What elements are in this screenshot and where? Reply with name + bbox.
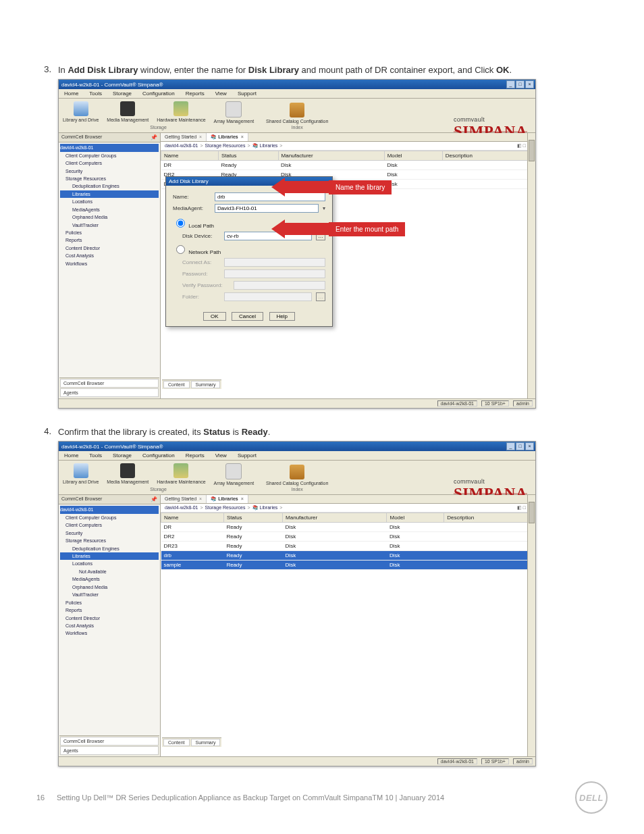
- commcell-tree[interactable]: david4-w2k8-01 Client Computer Groups Cl…: [59, 142, 160, 269]
- tree-mediaagents[interactable]: MediaAgents: [60, 206, 159, 213]
- subtab-summary[interactable]: Summary: [191, 381, 221, 388]
- browser-tab-agents[interactable]: Agents: [60, 746, 159, 755]
- tree-cost-analysis[interactable]: Cost Analysis: [60, 622, 159, 629]
- tab-getting-started[interactable]: Getting Started×: [161, 495, 207, 503]
- col-model[interactable]: Model: [387, 513, 444, 523]
- commcell-tree[interactable]: david4-w2k8-01 Client Computer Groups Cl…: [59, 504, 160, 638]
- maximize-icon[interactable]: □: [516, 442, 525, 450]
- tree-mediaagents[interactable]: MediaAgents: [60, 575, 159, 583]
- col-status[interactable]: Status: [218, 151, 278, 161]
- tree-security[interactable]: Security: [60, 167, 159, 175]
- tree-orphaned-media[interactable]: Orphaned Media: [60, 583, 159, 591]
- menu-view[interactable]: View: [210, 89, 232, 98]
- table-row[interactable]: DRReadyDiskDisk: [161, 161, 535, 170]
- tree-client-groups[interactable]: Client Computer Groups: [60, 152, 159, 159]
- col-name[interactable]: Name: [161, 151, 219, 161]
- close-icon[interactable]: ×: [525, 442, 534, 450]
- mediaagent-field[interactable]: [215, 204, 319, 213]
- col-name[interactable]: Name: [161, 513, 224, 523]
- tree-workflows[interactable]: Workflows: [60, 260, 159, 267]
- scrollbar[interactable]: [527, 495, 535, 756]
- toolbar-media-mgmt[interactable]: Media Management: [107, 463, 149, 486]
- menu-reports[interactable]: Reports: [180, 451, 210, 460]
- subtab-content[interactable]: Content: [163, 739, 190, 746]
- table-row[interactable]: DRReadyDiskDisk: [161, 523, 535, 532]
- tree-locations[interactable]: Locations: [60, 198, 159, 205]
- toolbar-hardware[interactable]: Hardware Maintenance: [157, 463, 205, 486]
- menu-configuration[interactable]: Configuration: [137, 89, 180, 98]
- tree-root[interactable]: david4-w2k8-01: [60, 144, 159, 151]
- menu-home[interactable]: Home: [59, 89, 84, 98]
- tree-storage-resources[interactable]: Storage Resources: [60, 537, 159, 544]
- tab-getting-started[interactable]: Getting Started×: [161, 133, 207, 141]
- table-row[interactable]: drbReadyDiskDisk: [161, 551, 535, 561]
- menu-support[interactable]: Support: [232, 451, 262, 460]
- subtab-summary[interactable]: Summary: [191, 739, 221, 746]
- browser-tab-commcell[interactable]: CommCell Browser: [60, 379, 159, 388]
- tree-storage-resources[interactable]: Storage Resources: [60, 175, 159, 182]
- tree-client-computers[interactable]: Client Computers: [60, 159, 159, 167]
- menu-tools[interactable]: Tools: [84, 451, 107, 460]
- network-path-radio[interactable]: Network Path: [173, 243, 325, 255]
- tree-client-groups[interactable]: Client Computer Groups: [60, 514, 159, 521]
- tab-close-icon[interactable]: ×: [241, 496, 244, 501]
- maximize-icon[interactable]: □: [516, 80, 525, 88]
- tree-dedup-engines[interactable]: Deduplication Engines: [60, 545, 159, 552]
- ok-button[interactable]: OK: [203, 312, 226, 321]
- scrollbar[interactable]: [527, 133, 535, 398]
- menu-storage[interactable]: Storage: [107, 89, 137, 98]
- menu-configuration[interactable]: Configuration: [137, 451, 180, 460]
- close-icon[interactable]: ×: [525, 80, 534, 88]
- tree-root[interactable]: david4-w2k8-01: [60, 506, 159, 513]
- tab-close-icon[interactable]: ×: [199, 134, 202, 139]
- tree-reports[interactable]: Reports: [60, 236, 159, 244]
- col-status[interactable]: Status: [223, 513, 282, 523]
- menu-view[interactable]: View: [210, 451, 232, 460]
- col-manufacturer[interactable]: Manufacturer: [278, 151, 384, 161]
- col-desc[interactable]: Description: [444, 513, 535, 523]
- menu-reports[interactable]: Reports: [180, 89, 210, 98]
- help-button[interactable]: Help: [269, 312, 295, 321]
- menu-storage[interactable]: Storage: [107, 451, 137, 460]
- tree-security[interactable]: Security: [60, 529, 159, 537]
- minimize-icon[interactable]: _: [506, 442, 515, 450]
- pin-icon[interactable]: 📌: [151, 496, 157, 502]
- toolbar-library-drive[interactable]: Library and Drive: [63, 101, 99, 124]
- col-desc[interactable]: Description: [442, 151, 535, 161]
- table-row-selected[interactable]: sampleReadyDiskDisk: [161, 561, 535, 570]
- pin-icon[interactable]: 📌: [151, 134, 157, 140]
- toolbar-shared-catalog[interactable]: Shared Catalog Configuration: [266, 103, 328, 124]
- col-model[interactable]: Model: [384, 151, 442, 161]
- table-row[interactable]: DR23ReadyDiskDisk: [161, 542, 535, 551]
- tree-content-director[interactable]: Content Director: [60, 615, 159, 622]
- tree-content-director[interactable]: Content Director: [60, 244, 159, 252]
- tab-libraries[interactable]: 📚 Libraries×: [207, 133, 248, 141]
- toolbar-hardware[interactable]: Hardware Maintenance: [157, 101, 205, 124]
- tree-locations[interactable]: Locations: [60, 560, 159, 567]
- subtab-content[interactable]: Content: [163, 381, 190, 388]
- tree-client-computers[interactable]: Client Computers: [60, 521, 159, 529]
- name-field[interactable]: [215, 192, 325, 201]
- tree-vaulttracker[interactable]: VaultTracker: [60, 591, 159, 598]
- cancel-button[interactable]: Cancel: [232, 312, 263, 321]
- tab-close-icon[interactable]: ×: [241, 134, 244, 139]
- menu-tools[interactable]: Tools: [84, 89, 107, 98]
- tree-vaulttracker[interactable]: VaultTracker: [60, 221, 159, 229]
- toolbar-array[interactable]: Array Management: [214, 463, 254, 486]
- browser-tab-agents[interactable]: Agents: [60, 388, 159, 397]
- tree-not-available[interactable]: Not Available: [60, 568, 159, 575]
- tree-libraries[interactable]: Libraries: [60, 190, 159, 198]
- toolbar-array[interactable]: Array Management: [214, 101, 254, 124]
- tree-policies[interactable]: Policies: [60, 229, 159, 236]
- menu-support[interactable]: Support: [232, 89, 262, 98]
- tab-libraries[interactable]: 📚 Libraries×: [207, 495, 248, 503]
- tree-workflows[interactable]: Workflows: [60, 629, 159, 637]
- toolbar-shared-catalog[interactable]: Shared Catalog Configuration: [266, 465, 328, 486]
- col-manufacturer[interactable]: Manufacturer: [283, 513, 387, 523]
- tree-cost-analysis[interactable]: Cost Analysis: [60, 252, 159, 259]
- tree-reports[interactable]: Reports: [60, 606, 159, 614]
- tree-libraries[interactable]: Libraries: [60, 552, 159, 560]
- browser-tab-commcell[interactable]: CommCell Browser: [60, 737, 159, 746]
- tree-dedup-engines[interactable]: Deduplication Engines: [60, 182, 159, 190]
- toolbar-library-drive[interactable]: Library and Drive: [63, 463, 99, 486]
